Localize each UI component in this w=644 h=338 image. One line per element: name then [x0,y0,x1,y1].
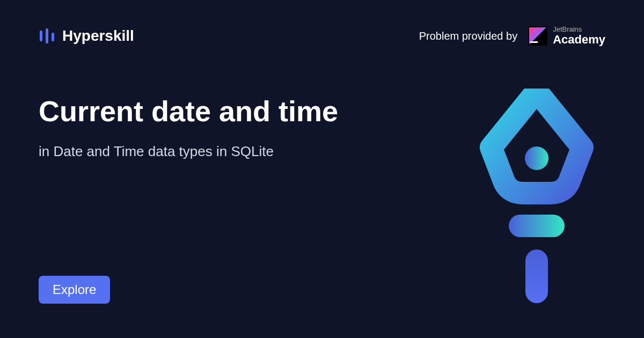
academy-label-text: Academy [553,33,605,46]
hyperskill-icon [39,27,56,45]
svg-rect-1 [46,28,48,43]
svg-rect-5 [530,41,538,43]
explore-button[interactable]: Explore [39,276,110,304]
svg-rect-7 [509,215,565,237]
svg-point-6 [525,146,548,170]
provided-by-block: Problem provided by JetBrains Academy [419,26,605,46]
svg-rect-0 [40,31,42,41]
jetbrains-brand-text: JetBrains [553,26,605,33]
jetbrains-academy-logo: JetBrains Academy [528,26,605,46]
hyperskill-logo: Hyperskill [39,27,134,45]
provided-by-text: Problem provided by [419,30,517,42]
decorative-pen-icon [478,89,596,303]
hyperskill-logo-text: Hyperskill [62,27,134,45]
svg-rect-8 [525,249,548,303]
svg-rect-2 [52,33,54,41]
page-subtitle: in Date and Time data types in SQLite [39,143,348,160]
page-title: Current date and time [39,94,348,128]
jetbrains-icon [528,26,547,46]
